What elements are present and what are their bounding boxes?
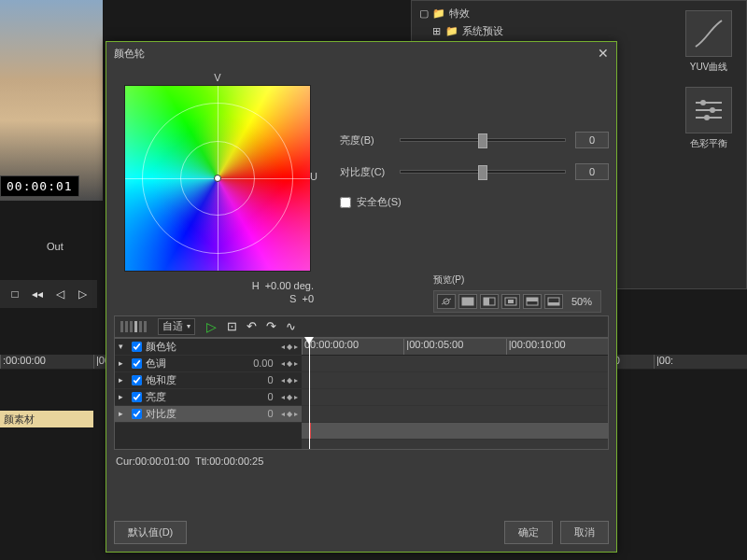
kf-nav[interactable]: ◂ ◆ ▸ xyxy=(281,376,298,385)
preview-percent[interactable]: 50% xyxy=(566,294,598,309)
svg-rect-12 xyxy=(508,300,514,303)
preview-off-icon[interactable] xyxy=(437,294,456,309)
preview-split-v-icon[interactable] xyxy=(480,294,499,309)
hs-readout: H+0.00 deg. S+0 xyxy=(114,279,321,306)
dialog-footer: 默认值(D) 确定 取消 xyxy=(114,521,609,544)
tree-label: 特效 xyxy=(449,7,470,21)
dialog-titlebar[interactable]: 颜色轮 ✕ xyxy=(106,42,616,64)
rewind-icon[interactable]: ◂◂ xyxy=(28,285,47,303)
kf-track[interactable] xyxy=(302,423,608,440)
kf-nav[interactable]: ◂ ◆ ▸ xyxy=(281,359,298,368)
play-icon[interactable]: ▷ xyxy=(73,285,92,303)
tree-root[interactable]: ▢📁 特效 xyxy=(416,5,669,22)
svg-rect-8 xyxy=(462,298,473,305)
brightness-value[interactable]: 0 xyxy=(575,132,609,148)
param-checkbox[interactable] xyxy=(132,358,142,369)
expand-icon[interactable]: ▸ xyxy=(119,409,128,418)
svg-point-3 xyxy=(710,107,715,113)
close-icon[interactable]: ✕ xyxy=(598,46,609,61)
preview-center-icon[interactable] xyxy=(501,294,520,309)
zoom-value: 自适 xyxy=(162,319,183,333)
slider-thumb[interactable] xyxy=(478,165,487,180)
kf-track[interactable] xyxy=(302,372,608,389)
param-value[interactable]: 0.00 xyxy=(253,357,273,369)
view-mode-icon[interactable] xyxy=(115,321,152,332)
param-checkbox[interactable] xyxy=(132,409,142,419)
param-name: 亮度 xyxy=(146,390,263,404)
kf-ruler[interactable]: 00:00:00:00 |00:00:05:00 |00:00:10:00 xyxy=(302,339,608,356)
playhead[interactable] xyxy=(309,339,310,449)
yuv-curves-thumb[interactable] xyxy=(685,10,732,57)
default-button[interactable]: 默认值(D) xyxy=(114,521,187,544)
collapse-icon[interactable]: ▾ xyxy=(119,342,128,351)
expand-icon[interactable]: ▸ xyxy=(119,392,128,401)
keyframe-timeline[interactable]: 00:00:00:00 |00:00:05:00 |00:00:10:00 xyxy=(302,339,608,449)
param-sat[interactable]: ▸ 饱和度 0 ◂ ◆ ▸ xyxy=(115,372,302,389)
contrast-label: 对比度(C) xyxy=(340,165,390,179)
svg-rect-16 xyxy=(548,302,559,305)
timeline-clip[interactable]: 颜素材 xyxy=(0,411,93,427)
brightness-slider[interactable] xyxy=(400,138,566,142)
slider-thumb[interactable] xyxy=(478,133,487,148)
step-back-icon[interactable]: ◁ xyxy=(50,285,69,303)
contrast-slider[interactable] xyxy=(400,170,566,174)
ruler-tick: 00:00:00:00 xyxy=(302,339,403,355)
expand-icon[interactable]: ⊞ xyxy=(432,25,442,37)
curve-icon[interactable]: ∿ xyxy=(286,319,296,333)
preview-section: 预览(P) 50% xyxy=(433,273,601,313)
kf-track[interactable] xyxy=(302,406,608,423)
safe-color-checkbox[interactable] xyxy=(340,197,351,208)
stop-icon[interactable]: □ xyxy=(6,285,24,303)
expand-icon[interactable]: ▸ xyxy=(119,358,128,368)
svg-rect-14 xyxy=(527,298,538,301)
redo-icon[interactable]: ↷ xyxy=(266,319,276,333)
zoom-select[interactable]: 自适 xyxy=(158,318,195,335)
hue-label: H xyxy=(252,279,260,292)
param-root[interactable]: ▾ 颜色轮 ◂ ◆ ▸ xyxy=(115,339,302,356)
contrast-value[interactable]: 0 xyxy=(575,163,609,180)
loop-icon[interactable]: ⊡ xyxy=(227,319,237,333)
preview-monitor xyxy=(0,0,103,201)
param-value[interactable]: 0 xyxy=(267,408,273,419)
param-value[interactable]: 0 xyxy=(267,391,273,402)
param-name: 对比度 xyxy=(146,407,263,421)
timecode-display: 00:00:01 xyxy=(0,175,79,197)
play-icon[interactable]: ▷ xyxy=(206,319,217,334)
yuv-curves-label: YUV曲线 xyxy=(681,61,737,74)
preview-split-h-icon[interactable] xyxy=(523,294,542,309)
tree-item-presets[interactable]: ⊞📁 系统预设 xyxy=(416,22,669,40)
kf-nav[interactable]: ◂ ◆ ▸ xyxy=(281,393,298,401)
sat-label: S xyxy=(289,292,296,305)
expand-icon[interactable]: ▸ xyxy=(119,375,128,385)
ok-button[interactable]: 确定 xyxy=(504,521,553,544)
param-checkbox[interactable] xyxy=(132,375,142,385)
param-name: 饱和度 xyxy=(146,373,263,387)
param-con[interactable]: ▸ 对比度 0 ◂ ◆ ▸ xyxy=(115,406,302,423)
cur-value: 00:00:01:00 xyxy=(135,455,190,467)
param-checkbox[interactable] xyxy=(132,392,142,402)
tree-label: 系统预设 xyxy=(462,24,503,38)
svg-rect-10 xyxy=(484,298,489,305)
ruler-tick: |00:00:05:00 xyxy=(403,339,505,355)
param-bri[interactable]: ▸ 亮度 0 ◂ ◆ ▸ xyxy=(115,389,302,406)
cancel-button[interactable]: 取消 xyxy=(560,521,609,544)
preview-bottom-icon[interactable] xyxy=(544,294,563,309)
undo-icon[interactable]: ↶ xyxy=(247,319,257,333)
out-label: Out xyxy=(47,241,63,252)
param-hue[interactable]: ▸ 色调 0.00 ◂ ◆ ▸ xyxy=(115,356,302,372)
preview-full-icon[interactable] xyxy=(458,294,477,309)
kf-track[interactable] xyxy=(302,356,608,372)
playback-controls: 自适 ▷ ⊡ ↶ ↷ ∿ xyxy=(114,315,609,338)
param-value[interactable]: 0 xyxy=(267,374,273,385)
param-checkbox[interactable] xyxy=(132,342,142,352)
axis-u-label: U xyxy=(114,171,321,182)
kf-track[interactable] xyxy=(302,389,608,406)
safe-color-row: 安全色(S) xyxy=(340,195,609,209)
kf-nav[interactable]: ◂ ◆ ▸ xyxy=(281,410,298,418)
color-balance-thumb[interactable] xyxy=(685,87,732,133)
param-list: ▾ 颜色轮 ◂ ◆ ▸ ▸ 色调 0.00 ◂ ◆ ▸ ▸ 饱和度 0 xyxy=(115,339,302,449)
kf-nav[interactable]: ◂ ◆ ▸ xyxy=(281,343,298,351)
brightness-label: 亮度(B) xyxy=(340,133,390,147)
collapse-icon[interactable]: ▢ xyxy=(419,7,429,20)
time-readout: Cur:00:00:01:00 Ttl:00:00:00:25 xyxy=(114,450,609,472)
